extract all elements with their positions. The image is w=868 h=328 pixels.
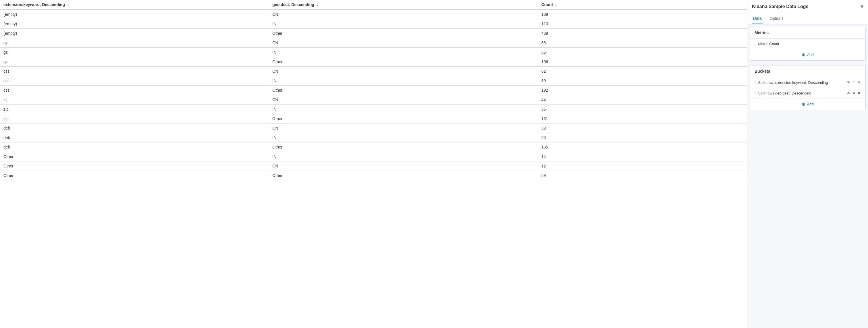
table-row: gzIN56 — [0, 48, 747, 57]
cell-extension-14: deb — [0, 143, 269, 152]
metric-type: Metric — [758, 42, 769, 46]
main-table-area: extension.keyword: Descending ⌄ geo.dest… — [0, 0, 747, 328]
bucket-0-actions: 👁 = ✕ — [846, 80, 861, 85]
tab-options[interactable]: Options — [769, 13, 785, 24]
panel-title: Kibana Sample Data Logs — [752, 4, 809, 9]
cell-count-9: 44 — [538, 95, 747, 105]
table-row: cssOther192 — [0, 86, 747, 95]
metrics-add-label: Add — [807, 53, 814, 57]
cell-extension-16: Other — [0, 161, 269, 171]
table-row: debCN39 — [0, 123, 747, 133]
cell-extension-15: Other — [0, 152, 269, 161]
col-label-extension: extension.keyword: Descending — [3, 2, 65, 7]
metric-chevron-icon[interactable]: › — [754, 42, 756, 46]
cell-count-17: 59 — [538, 171, 747, 180]
cell-extension-3: gz — [0, 38, 269, 48]
data-table-container: extension.keyword: Descending ⌄ geo.dest… — [0, 0, 747, 180]
bucket-1-actions: 👁 = ✕ — [846, 91, 861, 95]
cell-geodest-7: IN — [269, 76, 538, 86]
panel-menu-icon[interactable]: ≡ — [860, 3, 863, 9]
buckets-add-row: ⊕ Add — [750, 98, 865, 110]
bucket-1-type: Split rows — [758, 91, 775, 95]
table-row: (empty)CN139 — [0, 9, 747, 19]
cell-count-16: 12 — [538, 161, 747, 171]
cell-extension-11: zip — [0, 114, 269, 123]
buckets-plus-icon: ⊕ — [802, 101, 805, 107]
cell-extension-12: deb — [0, 123, 269, 133]
cell-geodest-9: CN — [269, 95, 538, 105]
cell-geodest-5: Other — [269, 57, 538, 67]
table-row: OtherOther59 — [0, 171, 747, 180]
metric-name: Count — [769, 42, 779, 46]
cell-geodest-2: Other — [269, 29, 538, 38]
cell-geodest-13: IN — [269, 133, 538, 143]
cell-geodest-14: Other — [269, 143, 538, 152]
cell-geodest-17: Other — [269, 171, 538, 180]
bucket-0-delete-icon[interactable]: ✕ — [857, 80, 861, 85]
buckets-section-title: Buckets — [750, 65, 865, 77]
cell-count-2: 439 — [538, 29, 747, 38]
metrics-section: Metrics › Metric Count ⊕ Add — [750, 27, 866, 61]
bucket-1-chevron-icon[interactable]: › — [754, 91, 756, 95]
cell-extension-17: Other — [0, 171, 269, 180]
cell-count-0: 139 — [538, 9, 747, 19]
panel-header: Kibana Sample Data Logs ≡ — [747, 0, 868, 13]
cell-count-3: 68 — [538, 38, 747, 48]
table-row: OtherIN14 — [0, 152, 747, 161]
bucket-1-eye-icon[interactable]: 👁 — [846, 91, 850, 95]
metrics-add-button[interactable]: ⊕ Add — [802, 52, 814, 57]
sort-icon-geodest: ⌄ — [316, 3, 319, 7]
sort-icon-count: ⌄ — [555, 3, 558, 7]
col-header-extension[interactable]: extension.keyword: Descending ⌄ — [0, 0, 269, 9]
bucket-item-0: › Split rows extension.keyword: Descendi… — [750, 77, 865, 88]
cell-extension-8: css — [0, 86, 269, 95]
bucket-0-name: extension.keyword: Descending — [775, 81, 828, 85]
cell-count-12: 39 — [538, 123, 747, 133]
data-table: extension.keyword: Descending ⌄ geo.dest… — [0, 0, 747, 180]
bucket-0-eye-icon[interactable]: 👁 — [846, 80, 850, 85]
cell-count-11: 161 — [538, 114, 747, 123]
cell-extension-10: zip — [0, 105, 269, 114]
bucket-1-name: geo.dest: Descending — [775, 91, 811, 95]
cell-geodest-0: CN — [269, 9, 538, 19]
cell-extension-7: css — [0, 76, 269, 86]
bucket-1-delete-icon[interactable]: ✕ — [857, 91, 861, 95]
buckets-add-button[interactable]: ⊕ Add — [802, 101, 814, 107]
table-row: (empty)Other439 — [0, 29, 747, 38]
col-header-geodest[interactable]: geo.dest: Descending ⌄ — [269, 0, 538, 9]
table-row: OtherCN12 — [0, 161, 747, 171]
sort-icon-extension: ⌄ — [67, 3, 69, 7]
col-header-count[interactable]: Count ⌄ — [538, 0, 747, 9]
metrics-section-title: Metrics — [750, 27, 865, 39]
cell-geodest-3: CN — [269, 38, 538, 48]
cell-count-13: 20 — [538, 133, 747, 143]
cell-geodest-10: IN — [269, 105, 538, 114]
bucket-0-chevron-icon[interactable]: › — [754, 81, 756, 84]
cell-count-4: 56 — [538, 48, 747, 57]
cell-geodest-16: CN — [269, 161, 538, 171]
cell-extension-1: (empty) — [0, 19, 269, 29]
cell-count-1: 110 — [538, 19, 747, 29]
table-row: zipOther161 — [0, 114, 747, 123]
cell-geodest-1: IN — [269, 19, 538, 29]
cell-extension-0: (empty) — [0, 9, 269, 19]
cell-extension-6: css — [0, 67, 269, 76]
col-label-count: Count — [541, 2, 553, 7]
table-row: (empty)IN110 — [0, 19, 747, 29]
metric-item-label: Metric Count — [758, 42, 861, 46]
cell-extension-2: (empty) — [0, 29, 269, 38]
tab-data[interactable]: Data — [752, 13, 763, 24]
table-row: debIN20 — [0, 133, 747, 143]
table-row: cssCN62 — [0, 67, 747, 76]
cell-count-14: 135 — [538, 143, 747, 152]
cell-extension-5: gz — [0, 57, 269, 67]
bucket-0-type: Split rows — [758, 81, 775, 85]
col-label-geodest: geo.dest: Descending — [272, 2, 314, 7]
table-row: zipIN35 — [0, 105, 747, 114]
cell-geodest-6: CN — [269, 67, 538, 76]
bucket-item-1: › Split rows geo.dest: Descending 👁 = ✕ — [750, 88, 865, 98]
cell-extension-4: gz — [0, 48, 269, 57]
cell-extension-9: zip — [0, 95, 269, 105]
cell-count-6: 62 — [538, 67, 747, 76]
cell-count-15: 14 — [538, 152, 747, 161]
